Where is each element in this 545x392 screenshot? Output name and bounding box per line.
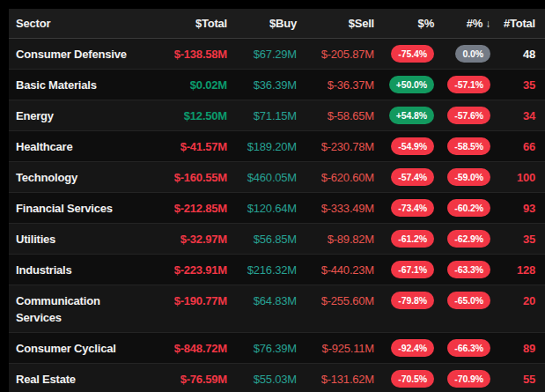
dollar-pct-badge: -73.4%: [391, 199, 434, 217]
count-pct-cell: -59.0%: [434, 162, 490, 192]
dollar-pct-cell: -79.8%: [374, 285, 434, 315]
table-body: Consumer Defensive$-138.58M$67.29M$-205.…: [9, 39, 545, 392]
count-pct-cell: -70.9%: [434, 364, 490, 392]
count-pct-badge: -59.0%: [447, 168, 490, 186]
count-total-cell: 66: [490, 131, 535, 161]
count-total-cell: 35: [490, 224, 535, 254]
dollar-buy-cell: $460.05M: [227, 162, 297, 192]
count-pct-cell: -66.3%: [434, 333, 490, 363]
dollar-pct-badge: -70.5%: [391, 370, 434, 388]
count-pct-badge: -70.9%: [447, 370, 490, 388]
count-pct-badge: -65.0%: [447, 292, 490, 309]
dollar-pct-cell: -57.4%: [374, 162, 434, 192]
dollar-sell-cell: $-925.11M: [297, 333, 374, 363]
dollar-pct-badge: -67.1%: [391, 261, 434, 278]
count-pct-cell: -62.9%: [434, 224, 490, 254]
dollar-pct-cell: -61.2%: [374, 224, 434, 254]
sector-cell: Utilities: [9, 224, 150, 254]
dollar-sell-cell: $-230.78M: [297, 131, 374, 161]
dollar-total-cell: $0.02M: [150, 70, 227, 100]
sector-cell: Technology: [9, 162, 150, 192]
dollar-pct-cell: -70.5%: [374, 364, 434, 392]
dollar-total-cell: $-138.58M: [150, 39, 227, 69]
table-row[interactable]: Healthcare$-41.57M$189.20M$-230.78M-54.9…: [9, 131, 545, 162]
count-pct-badge: 0.0%: [455, 45, 490, 63]
column-header-count-pct[interactable]: #%↓: [434, 17, 490, 30]
count-total-cell: 34: [490, 100, 535, 130]
column-header-dollar-total[interactable]: $Total: [150, 17, 227, 30]
dollar-buy-cell: $120.64M: [227, 193, 297, 223]
dollar-pct-badge: -75.4%: [391, 45, 434, 63]
sector-cell: Basic Materials: [9, 70, 150, 100]
count-pct-badge: -60.2%: [447, 199, 490, 217]
dollar-buy-cell: $71.15M: [227, 100, 297, 130]
dollar-pct-badge: +54.8%: [389, 107, 434, 124]
count-total-cell: 20: [490, 285, 535, 315]
count-total-cell: 128: [490, 255, 535, 285]
count-total-cell: 48: [490, 39, 535, 69]
dollar-buy-cell: $56.85M: [227, 224, 297, 254]
dollar-pct-cell: -67.1%: [374, 255, 434, 285]
dollar-buy-cell: $67.29M: [227, 39, 297, 69]
dollar-buy-cell: $189.20M: [227, 131, 297, 161]
sector-cell: Healthcare: [9, 131, 150, 161]
sector-cell: Consumer Defensive: [9, 39, 150, 69]
count-pct-cell: -57.1%: [434, 70, 490, 100]
dollar-buy-cell: $216.32M: [227, 255, 297, 285]
column-header-dollar-pct[interactable]: $%: [374, 17, 434, 30]
column-header-dollar-sell[interactable]: $Sell: [297, 17, 374, 30]
table-row[interactable]: Technology$-160.55M$460.05M$-620.60M-57.…: [9, 162, 545, 193]
table-row[interactable]: Financial Services$-212.85M$120.64M$-333…: [9, 193, 545, 224]
count-total-cell: 89: [490, 333, 535, 363]
dollar-sell-cell: $-36.37M: [297, 70, 374, 100]
dollar-pct-badge: -54.9%: [391, 137, 434, 155]
table-row[interactable]: Basic Materials$0.02M$36.39M$-36.37M+50.…: [9, 70, 545, 100]
dollar-pct-badge: +50.0%: [389, 76, 434, 93]
dollar-pct-badge: -61.2%: [391, 230, 434, 248]
count-total-cell: 93: [490, 193, 535, 223]
sector-cell: Financial Services: [9, 193, 150, 223]
count-pct-cell: -60.2%: [434, 193, 490, 223]
dollar-total-cell: $-223.91M: [150, 255, 227, 285]
dollar-sell-cell: $-620.60M: [297, 162, 374, 192]
table-row[interactable]: Consumer Defensive$-138.58M$67.29M$-205.…: [9, 39, 545, 70]
table-row[interactable]: Utilities$-32.97M$56.85M$-89.82M-61.2%-6…: [9, 224, 545, 255]
count-pct-cell: -65.0%: [434, 285, 490, 315]
count-pct-badge: -58.5%: [447, 137, 490, 155]
dollar-pct-cell: -75.4%: [374, 39, 434, 69]
sector-cell: Consumer Cyclical: [9, 333, 150, 363]
table-row[interactable]: Consumer Cyclical$-848.72M$76.39M$-925.1…: [9, 333, 545, 364]
sector-screener-table: Sector $Total $Buy $Sell $% #%↓ #Total C…: [9, 9, 545, 392]
dollar-buy-cell: $64.83M: [227, 285, 297, 315]
dollar-sell-cell: $-58.65M: [297, 100, 374, 130]
table-row[interactable]: Real Estate$-76.59M$55.03M$-131.62M-70.5…: [9, 364, 545, 392]
dollar-pct-cell: -92.4%: [374, 333, 434, 363]
count-pct-cell: -57.6%: [434, 100, 490, 130]
sector-cell: Communication Services: [9, 285, 150, 332]
dollar-sell-cell: $-131.62M: [297, 364, 374, 392]
dollar-total-cell: $-190.77M: [150, 285, 227, 315]
sector-cell: Industrials: [9, 255, 150, 285]
column-header-dollar-buy[interactable]: $Buy: [227, 17, 297, 30]
count-pct-badge: -57.6%: [447, 107, 490, 124]
count-total-cell: 55: [490, 364, 535, 392]
dollar-total-cell: $-160.55M: [150, 162, 227, 192]
dollar-sell-cell: $-440.23M: [297, 255, 374, 285]
dollar-sell-cell: $-255.60M: [297, 285, 374, 315]
count-pct-badge: -66.3%: [447, 339, 490, 357]
dollar-total-cell: $-76.59M: [150, 364, 227, 392]
dollar-pct-badge: -57.4%: [391, 168, 434, 186]
column-header-count-total[interactable]: #Total: [490, 17, 535, 30]
column-header-sector[interactable]: Sector: [9, 17, 150, 30]
dollar-total-cell: $-848.72M: [150, 333, 227, 363]
dollar-buy-cell: $36.39M: [227, 70, 297, 100]
table-row[interactable]: Industrials$-223.91M$216.32M$-440.23M-67…: [9, 255, 545, 285]
dollar-pct-badge: -92.4%: [391, 339, 434, 357]
dollar-pct-cell: -73.4%: [374, 193, 434, 223]
dollar-pct-cell: +50.0%: [374, 70, 434, 100]
dollar-pct-cell: -54.9%: [374, 131, 434, 161]
table-row[interactable]: Communication Services$-190.77M$64.83M$-…: [9, 285, 545, 333]
sector-cell: Energy: [9, 100, 150, 130]
table-row[interactable]: Energy$12.50M$71.15M$-58.65M+54.8%-57.6%…: [9, 100, 545, 131]
dollar-total-cell: $12.50M: [150, 100, 227, 130]
